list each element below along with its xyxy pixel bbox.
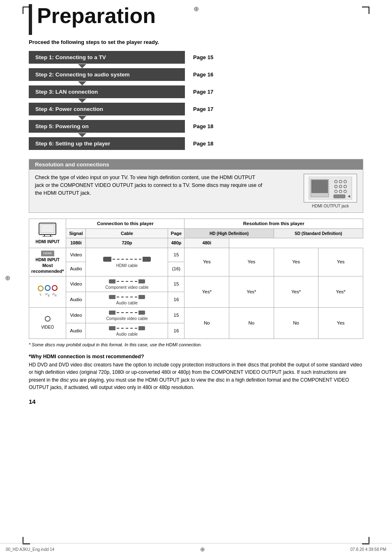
table-subheader-cable: Cable <box>86 228 168 238</box>
component-ports-icon: Y PB PR <box>31 285 64 297</box>
resolution-section: Resolution and connections Check the typ… <box>29 159 363 213</box>
composite-video-cable-label: Composite video cable <box>88 316 166 321</box>
port-pr <box>52 285 58 291</box>
steps-list: Step 1: Connecting to a TV Page 15 Step … <box>29 51 363 151</box>
hdmi-port-icon: HDMI <box>41 251 54 256</box>
table-cell-composite-480p: No <box>274 307 318 339</box>
bottom-compass-icon: ⊕ <box>200 546 205 553</box>
port-y <box>38 286 44 291</box>
table-cell-hdmi-video-signal: Video <box>66 248 86 262</box>
hdmi-image-box: HDMI OUTPUT jack <box>304 174 357 208</box>
step-page-5: Page 18 <box>193 123 213 129</box>
table-cell-hdmi-480i: Yes <box>318 248 363 276</box>
step-row-2: Step 2: Connecting to audio system Page … <box>29 68 363 81</box>
hdmi-output-label: HDMI OUTPUT jack <box>312 204 349 208</box>
table-cell-component-audio-signal: Audio <box>66 292 86 307</box>
step-arrow-1 <box>29 64 363 68</box>
svg-rect-2 <box>311 180 327 193</box>
table-cell-hdmi-480p: Yes <box>274 248 318 276</box>
table-cell-hdmi-video-page: 15 <box>168 248 184 262</box>
table-header-connection: Connection to this player <box>66 219 184 229</box>
hdmi-input-label: HDMI INPUT <box>31 257 64 263</box>
comp-audio-plug-left <box>109 295 115 299</box>
arrow-icon-5 <box>78 133 86 137</box>
page-number: 14 <box>29 398 363 405</box>
table-hd-header: HD (High Definition) <box>184 228 274 238</box>
compass-icon-top: ⊕ <box>194 5 199 13</box>
comp-vid-plug-left <box>109 311 115 315</box>
component-video-cable-diagram <box>88 279 166 283</box>
step-box-2: Step 2: Connecting to audio system <box>29 68 185 81</box>
resolution-text: Check the type of video input on your TV… <box>35 174 265 197</box>
table-cell-composite-720p: No <box>229 307 274 339</box>
table-cell-hdmi-input: HDMI HDMI INPUT Mostrecommended* <box>29 248 66 276</box>
table-row-hdmi-video: HDMI HDMI INPUT Mostrecommended* Video H… <box>29 248 363 262</box>
table-subheader-page: Page <box>168 228 184 238</box>
comp-video-plug-right <box>138 279 145 283</box>
video-label: VIDEO <box>31 325 64 330</box>
svg-rect-12 <box>334 195 345 198</box>
composite-video-cable-diagram <box>88 311 166 315</box>
table-subheader-signal: Signal <box>66 228 86 238</box>
table-footnote: * Some discs may prohibit output in this… <box>29 342 363 347</box>
hdmi-plug-right <box>143 257 151 262</box>
table-cell-component-input: Y PB PR <box>29 276 66 307</box>
table-row-composite-video: VIDEO Video Composite video cable 15 No … <box>29 307 363 323</box>
comp-audio-wire <box>117 297 137 297</box>
table-cell-composite-video-signal: Video <box>66 307 86 323</box>
table-cell-component-1080i: Yes* <box>184 276 229 307</box>
port-pr-label: PR <box>52 292 58 297</box>
step-box-6: Step 6: Setting up the player <box>29 137 185 150</box>
table-cell-component-video-signal: Video <box>66 276 86 292</box>
tv-input-label: HDMI INPUT <box>31 239 64 244</box>
table-cell-hdmi-720p: Yes <box>229 248 274 276</box>
bottom-bar: 00_HD A3KU_Eng.indd 14 ⊕ 07.8.20 4:39:58… <box>0 543 392 555</box>
comp-aud-plug-left <box>109 326 115 330</box>
comp-audio-plug-right <box>138 295 145 299</box>
step-row-4: Step 4: Power connection Page 17 <box>29 103 363 115</box>
table-cell-composite-1080i: No <box>184 307 229 339</box>
comp-aud-plug-right <box>138 326 145 330</box>
table-cell-composite-audio-signal: Audio <box>66 323 86 339</box>
step-box-5: Step 5: Powering on <box>29 120 185 133</box>
step-row-3: Step 3: LAN connection Page 17 <box>29 85 363 98</box>
step-box-1: Step 1: Connecting to a TV <box>29 51 185 64</box>
step-page-4: Page 17 <box>193 106 213 112</box>
why-hdmi-section: *Why HDMI connection is most recommended… <box>29 354 363 391</box>
table-cell-component-audio-cable: Audio cable <box>86 292 168 307</box>
comp-vid-plug-right <box>138 311 145 315</box>
main-content: Preparation Proceed the following steps … <box>0 0 392 413</box>
table-col-720p: 720p <box>86 238 168 248</box>
step-box-3: Step 3: LAN connection <box>29 85 185 98</box>
resolution-table: HDMI INPUT Connection to this player Res… <box>29 219 363 339</box>
arrow-icon-2 <box>78 81 86 85</box>
arrow-icon-4 <box>78 116 86 120</box>
component-audio-cable-diagram <box>88 295 166 299</box>
table-cell-hdmi-1080i: Yes <box>184 248 229 276</box>
step-page-2: Page 16 <box>193 71 213 78</box>
step-page-3: Page 17 <box>193 89 213 95</box>
table-col-480i: 480i <box>184 238 229 248</box>
why-hdmi-text: HD DVD and DVD video disc creators have … <box>29 361 363 391</box>
table-cell-composite-audio-cable: Audio cable <box>86 323 168 339</box>
table-cell-composite-video-cable: Composite video cable <box>86 307 168 323</box>
table-cell-composite-480i: Yes <box>318 307 363 339</box>
hdmi-plug-left <box>103 257 111 262</box>
port-pb-label: PB <box>45 292 51 297</box>
table-col-480p: 480p <box>168 238 184 248</box>
subtitle: Proceed the following steps to set the p… <box>29 39 363 45</box>
arrow-icon-1 <box>78 64 86 68</box>
hdmi-cable-diagram <box>88 257 166 262</box>
arrow-icon-3 <box>78 99 86 103</box>
heading-bar <box>29 4 32 35</box>
step-page-6: Page 18 <box>193 140 213 147</box>
step-arrow-5 <box>29 133 363 137</box>
step-arrow-3 <box>29 99 363 103</box>
table-cell-component-audio-page: 16 <box>168 292 184 307</box>
step-page-1: Page 15 <box>193 54 213 60</box>
compass-icon-left: ⊕ <box>5 274 10 281</box>
composite-port-icon <box>45 316 51 322</box>
port-pb <box>45 285 51 291</box>
comp-video-plug-left <box>109 279 115 283</box>
hdmi-wire <box>113 259 141 260</box>
